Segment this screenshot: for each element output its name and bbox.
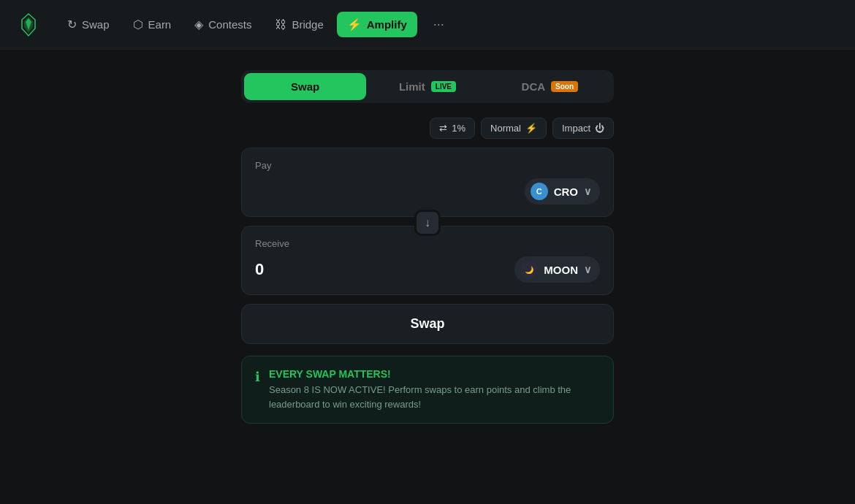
impact-button[interactable]: Impact ⏻: [552, 118, 614, 139]
swap-direction-container: ↓: [241, 210, 614, 236]
receive-token-selector[interactable]: 🌙 MOON ∨: [514, 256, 600, 283]
receive-value: 0: [255, 260, 264, 279]
info-text: Season 8 IS NOW ACTIVE! Perform swaps to…: [269, 383, 600, 411]
earn-nav-icon: ⬡: [133, 18, 143, 31]
nav-bridge-label: Bridge: [292, 18, 323, 31]
tab-limit[interactable]: Limit LIVE: [366, 73, 488, 100]
swap-button[interactable]: Swap: [241, 304, 614, 344]
impact-label: Impact: [562, 123, 590, 134]
tab-dca[interactable]: DCA Soon: [489, 73, 611, 100]
moon-logo-text: 🌙: [525, 266, 533, 274]
slippage-button[interactable]: ⇄ 1%: [430, 118, 475, 139]
swap-direction-button[interactable]: ↓: [414, 210, 441, 236]
swap-button-label: Swap: [410, 316, 444, 331]
tab-bar: Swap Limit LIVE DCA Soon: [241, 70, 614, 103]
tab-swap[interactable]: Swap: [244, 73, 366, 100]
receive-label: Receive: [255, 238, 600, 249]
contests-nav-icon: ◈: [194, 18, 203, 31]
receive-box: Receive 0 🌙 MOON ∨: [241, 226, 614, 295]
swap-nav-icon: ↻: [67, 18, 77, 31]
settings-row: ⇄ 1% Normal ⚡ Impact ⏻: [241, 118, 614, 139]
gas-label: Normal: [490, 123, 521, 134]
slippage-value: 1%: [452, 123, 466, 134]
pay-chevron-icon: ∨: [584, 186, 591, 197]
more-icon: ···: [433, 17, 444, 31]
main-content: Swap Limit LIVE DCA Soon ⇄ 1% Normal ⚡ I…: [0, 50, 855, 424]
info-circle-icon: ℹ: [255, 369, 260, 385]
info-banner: ℹ EVERY SWAP MATTERS! Season 8 IS NOW AC…: [241, 356, 614, 424]
pay-label: Pay: [255, 160, 600, 171]
dca-soon-badge: Soon: [551, 81, 578, 92]
cro-logo: C: [531, 183, 548, 200]
slippage-icon: ⇄: [439, 123, 447, 134]
nav-amplify[interactable]: ⚡ Amplify: [337, 12, 417, 37]
nav-swap-label: Swap: [82, 18, 110, 31]
nav-contests-label: Contests: [208, 18, 251, 31]
gas-icon: ⚡: [525, 123, 537, 134]
nav-amplify-label: Amplify: [367, 18, 407, 31]
pay-box: Pay C CRO ∨: [241, 148, 614, 217]
info-content: EVERY SWAP MATTERS! Season 8 IS NOW ACTI…: [269, 368, 600, 411]
logo[interactable]: [15, 11, 42, 39]
limit-live-badge: LIVE: [431, 81, 456, 92]
bridge-nav-icon: ⛓: [275, 18, 286, 31]
receive-token-symbol: MOON: [544, 264, 578, 276]
moon-logo: 🌙: [520, 261, 538, 278]
swap-arrow-icon: ↓: [425, 216, 430, 229]
nav-contests[interactable]: ◈ Contests: [184, 12, 262, 37]
pay-input[interactable]: [255, 182, 462, 201]
nav-swap[interactable]: ↻ Swap: [57, 12, 120, 37]
navbar: ↻ Swap ⬡ Earn ◈ Contests ⛓ Bridge ⚡ Ampl…: [0, 0, 855, 50]
pay-token-symbol: CRO: [554, 186, 578, 198]
more-menu-button[interactable]: ···: [426, 11, 452, 38]
cro-logo-text: C: [536, 187, 542, 196]
tab-swap-label: Swap: [291, 80, 319, 93]
tab-dca-label: DCA: [522, 80, 546, 93]
info-title: EVERY SWAP MATTERS!: [269, 368, 600, 380]
nav-earn[interactable]: ⬡ Earn: [123, 12, 182, 37]
nav-bridge[interactable]: ⛓ Bridge: [265, 12, 333, 37]
pay-token-selector[interactable]: C CRO ∨: [525, 178, 600, 205]
receive-chevron-icon: ∨: [584, 264, 591, 275]
tab-limit-label: Limit: [399, 80, 425, 93]
gas-button[interactable]: Normal ⚡: [481, 118, 547, 139]
impact-icon: ⏻: [595, 123, 604, 134]
swap-panel: Swap Limit LIVE DCA Soon ⇄ 1% Normal ⚡ I…: [241, 70, 614, 424]
amplify-nav-icon: ⚡: [347, 18, 362, 31]
nav-earn-label: Earn: [148, 18, 172, 31]
